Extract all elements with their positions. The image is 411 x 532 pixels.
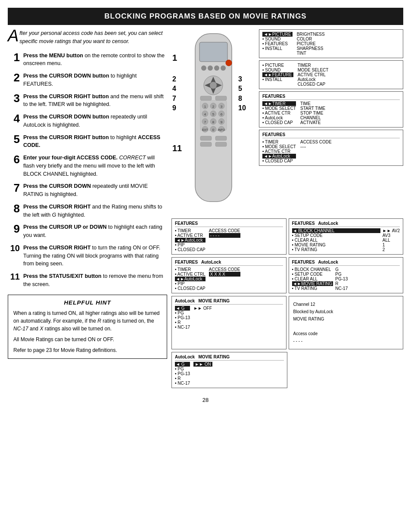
header-title: Blocking Programs based on Movie Ratings <box>104 12 306 20</box>
svg-rect-1 <box>199 42 227 62</box>
step-number-9: 9 <box>8 223 20 234</box>
svg-point-3 <box>208 65 213 71</box>
page-number: 28 <box>0 392 411 409</box>
step-4: 4 Press the CURSOR DOWN button repeatedl… <box>8 113 167 129</box>
menu-screen-5: FEATURES • TIMER • ACTIVE CTR ◄►AutoLock… <box>171 218 286 255</box>
step-text-5: Press the CURSOR RIGHT button to highlig… <box>23 134 167 150</box>
svg-text:6: 6 <box>221 112 223 116</box>
svg-point-4 <box>214 65 219 71</box>
menu-screen-3: FEATURES ◄►TIMER • MODE SELECT • ACTIVE … <box>259 91 403 128</box>
svg-rect-14 <box>200 96 212 100</box>
step-number-8: 8 <box>8 203 20 214</box>
step-text-11: Press the STATUS/EXIT button to remove t… <box>23 272 167 289</box>
step-number-5: 5 <box>8 134 20 145</box>
svg-text:9: 9 <box>221 120 223 124</box>
svg-text:EXT: EXT <box>202 128 208 131</box>
svg-rect-15 <box>215 96 227 100</box>
svg-point-12 <box>210 82 217 89</box>
step-number-10: 10 <box>8 244 20 252</box>
step-number-3: 3 <box>8 93 20 104</box>
menu-screen-1: ◄►PICTURE • SOUND • FEATURES • INSTALL B… <box>259 29 403 58</box>
svg-rect-43 <box>215 142 227 146</box>
hint-para-3: Refer to page 23 for Movie Rating defini… <box>13 346 162 354</box>
step-1: 1 Press the MENU button on the remote co… <box>8 52 167 68</box>
remote-step-1: 1 <box>172 53 177 63</box>
svg-text:INFO: INFO <box>218 128 225 131</box>
page-header: Blocking Programs based on Movie Ratings <box>8 8 403 25</box>
menu-screen-rating-on: AutoLock MOVIE RATING ◄ G • PG • PG-13 •… <box>171 352 287 388</box>
step-8: 8 Press the CURSOR RIGHT and the Rating … <box>8 203 167 219</box>
menu-screen-7: FEATURES AutoLock • BLOCK CHANNEL • SETU… <box>289 257 404 293</box>
step-text-9: Press the CURSOR UP or DOWN to highlight… <box>23 223 167 240</box>
svg-point-2 <box>201 65 206 71</box>
svg-text:8: 8 <box>212 120 215 124</box>
step-10: 10 Press the CURSOR RIGHT to turn the ra… <box>8 244 167 268</box>
menu-screen-rating-off: AutoLock MOVIE RATING ◄ G • PG • PG-13 •… <box>171 296 286 349</box>
step-number-7: 7 <box>8 182 20 193</box>
step-3: 3 Press the CURSOR RIGHT button and the … <box>8 93 167 109</box>
step-number-4: 4 <box>8 113 20 124</box>
step-text-2: Press the CURSOR DOWN button to highligh… <box>23 72 167 88</box>
menu-screen-6: FEATURES AutoLock ◄ BLOCK CHANNEL • SETU… <box>289 218 404 255</box>
remote-step-3: 35810 <box>238 75 246 113</box>
remote-svg: 1 2 3 4 5 6 7 8 <box>171 29 255 215</box>
remote-illustration: 1 2 3 4 5 6 7 8 <box>171 29 255 216</box>
step-text-6: Enter your four-digit ACCESS CODE. CORRE… <box>23 154 167 178</box>
svg-rect-42 <box>200 142 212 146</box>
step-text-7: Press the CURSOR DOWN repeatedly until M… <box>23 182 167 199</box>
menu-screen-4: FEATURES • TIMER • MODE SELECT • ACTIVE … <box>259 130 403 166</box>
svg-text:3: 3 <box>221 105 223 109</box>
remote-step-2: 2479 <box>172 75 176 113</box>
step-text-4: Press the CURSOR DOWN button repeatedly … <box>23 113 167 129</box>
channel-blocked-screen: Channel 12 Blocked by AutoLock MOVIE RAT… <box>289 296 404 349</box>
step-9: 9 Press the CURSOR UP or DOWN to highlig… <box>8 223 167 240</box>
menu-screen-6b: FEATURES AutoLock • TIMER • ACTIVE CTRL … <box>171 257 286 293</box>
menu-screen-2: • PICTURE • SOUND ◄►FEATURE • INSTALL TI… <box>259 60 403 89</box>
svg-rect-41 <box>215 136 227 140</box>
step-7: 7 Press the CURSOR DOWN repeatedly until… <box>8 182 167 199</box>
intro-text: A fter your personal access code has bee… <box>8 29 167 46</box>
step-text-1: Press the MENU button on the remote cont… <box>23 52 167 68</box>
step-text-8: Press the CURSOR RIGHT and the Rating me… <box>23 203 167 219</box>
svg-rect-40 <box>200 136 212 140</box>
left-column: A fter your personal access code has bee… <box>8 29 167 388</box>
page-wrapper: Blocking Programs based on Movie Ratings… <box>0 8 411 409</box>
right-column: 1 2 3 4 5 6 7 8 <box>171 29 403 388</box>
svg-text:1: 1 <box>204 105 206 109</box>
step-5: 5 Press the CURSOR RIGHT button to highl… <box>8 134 167 150</box>
svg-text:4: 4 <box>204 112 206 116</box>
steps-list: 1 Press the MENU button on the remote co… <box>8 52 167 289</box>
svg-text:7: 7 <box>204 120 206 124</box>
step-11: 11 Press the STATUS/EXIT button to remov… <box>8 272 167 289</box>
svg-text:0: 0 <box>212 128 215 132</box>
helpful-hint-title: Helpful Hint <box>13 299 162 306</box>
step-6: 6 Enter your four-digit ACCESS CODE. COR… <box>8 154 167 178</box>
step-number-11: 11 <box>8 272 20 281</box>
intro-body: fter your personal access code has been … <box>19 30 162 44</box>
step-text-10: Press the CURSOR RIGHT to turn the ratin… <box>23 244 167 268</box>
helpful-hint-box: Helpful Hint When a rating is turned ON,… <box>8 295 167 359</box>
step-2: 2 Press the CURSOR DOWN button to highli… <box>8 72 167 88</box>
svg-point-6 <box>226 60 232 66</box>
svg-text:2: 2 <box>212 105 215 109</box>
step-text-3: Press the CURSOR RIGHT button and the me… <box>23 93 167 109</box>
step-number-1: 1 <box>8 52 20 63</box>
svg-point-5 <box>221 65 226 71</box>
hint-para-1: When a rating is turned ON, all higher r… <box>13 309 162 333</box>
drop-cap: A <box>8 29 19 42</box>
remote-step-11: 11 <box>172 143 182 153</box>
svg-text:5: 5 <box>212 112 215 116</box>
step-number-2: 2 <box>8 72 20 83</box>
hint-para-2: All Movie Ratings can be turned ON or OF… <box>13 336 162 343</box>
step-number-6: 6 <box>8 154 20 165</box>
